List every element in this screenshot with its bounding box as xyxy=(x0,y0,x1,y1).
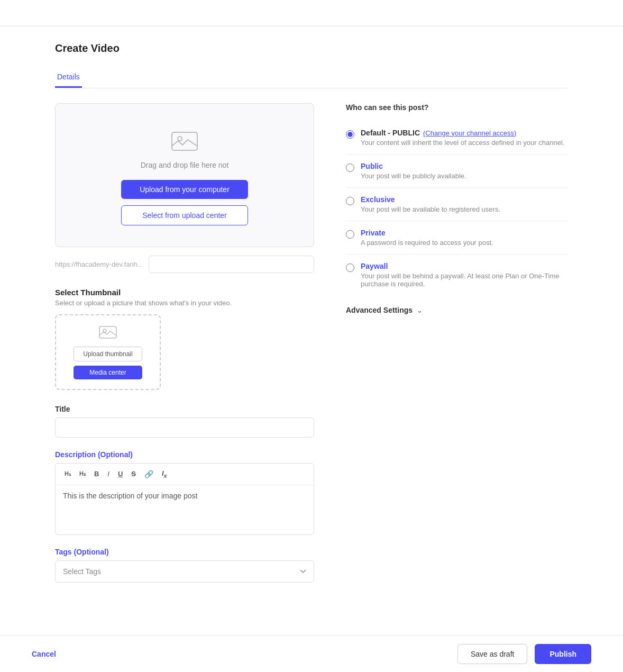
svg-rect-2 xyxy=(99,326,116,338)
radio-private-label: Private xyxy=(361,229,493,237)
toolbar-italic-button[interactable]: I xyxy=(105,468,112,479)
advanced-settings-row[interactable]: Advanced Settings ⌄ xyxy=(346,306,568,314)
toolbar-h2-button[interactable]: H₂ xyxy=(77,469,88,479)
visibility-title: Who can see this post? xyxy=(346,103,568,112)
right-panel: Who can see this post? Default - PUBLIC … xyxy=(346,103,568,314)
description-textarea[interactable]: This is the description of your image po… xyxy=(56,485,314,533)
page-title: Create Video xyxy=(55,42,568,55)
title-input[interactable] xyxy=(55,417,314,438)
visibility-option-private: Private A password is required to access… xyxy=(346,221,568,255)
description-label: Description (Optional) xyxy=(55,450,314,459)
radio-default-desc: Your content will inherit the level of a… xyxy=(361,139,564,147)
toolbar-bold-button[interactable]: B xyxy=(91,468,102,479)
visibility-option-public: Public Your post will be publicly availa… xyxy=(346,155,568,188)
left-panel: Drag and drop file here not Upload from … xyxy=(55,103,314,583)
toolbar-h1-button[interactable]: H₁ xyxy=(62,469,74,479)
toolbar-clear-button[interactable]: Ix xyxy=(159,468,170,480)
top-bar xyxy=(0,0,623,26)
radio-default[interactable] xyxy=(346,130,354,139)
upload-image-icon xyxy=(171,130,198,152)
radio-exclusive-desc: Your post will be available to registere… xyxy=(361,205,500,213)
radio-exclusive[interactable] xyxy=(346,197,354,205)
radio-default-link[interactable]: (Change your channel access) xyxy=(423,129,516,137)
toolbar-underline-button[interactable]: U xyxy=(115,468,125,479)
tabs-bar: Details xyxy=(55,67,568,88)
visibility-radio-group: Default - PUBLIC (Change your channel ac… xyxy=(346,121,568,295)
radio-public-desc: Your post will be publicly available. xyxy=(361,172,466,180)
tab-details[interactable]: Details xyxy=(55,67,82,88)
thumbnail-box: Upload thumbnail Media center xyxy=(55,314,161,390)
url-input[interactable] xyxy=(149,256,314,273)
radio-exclusive-label: Exclusive xyxy=(361,195,500,204)
media-center-button[interactable]: Media center xyxy=(74,366,142,379)
title-label: Title xyxy=(55,405,314,413)
visibility-option-paywall: Paywall Your post will be behind a paywa… xyxy=(346,255,568,295)
tags-label: Tags (Optional) xyxy=(55,548,314,556)
radio-paywall[interactable] xyxy=(346,264,354,272)
visibility-option-exclusive: Exclusive Your post will be available to… xyxy=(346,188,568,221)
radio-private[interactable] xyxy=(346,230,354,239)
url-prefix: https://fhacademy-dev.fanh... xyxy=(55,260,143,268)
svg-rect-0 xyxy=(172,132,197,150)
radio-default-label: Default - PUBLIC xyxy=(361,129,420,137)
upload-area: Drag and drop file here not Upload from … xyxy=(55,103,314,247)
upload-center-button[interactable]: Select from upload center xyxy=(121,205,248,225)
radio-public-label: Public xyxy=(361,162,466,170)
url-row: https://fhacademy-dev.fanh... xyxy=(55,256,314,273)
toolbar-link-button[interactable]: 🔗 xyxy=(142,468,156,480)
description-toolbar: H₁ H₂ B I U S 🔗 Ix xyxy=(56,464,314,485)
thumbnail-icon xyxy=(99,325,117,341)
radio-paywall-label: Paywall xyxy=(361,262,568,270)
toolbar-strikethrough-button[interactable]: S xyxy=(129,468,139,479)
thumbnail-section-desc: Select or upload a picture that shows wh… xyxy=(55,299,314,307)
tags-select[interactable]: Select Tags xyxy=(55,560,314,583)
thumbnail-section-title: Select Thumbnail xyxy=(55,288,314,297)
chevron-down-icon: ⌄ xyxy=(417,306,423,314)
description-container: H₁ H₂ B I U S 🔗 Ix This is the descripti… xyxy=(55,463,314,535)
visibility-option-default: Default - PUBLIC (Change your channel ac… xyxy=(346,121,568,155)
upload-thumbnail-button[interactable]: Upload thumbnail xyxy=(74,347,142,361)
upload-computer-button[interactable]: Upload from your computer xyxy=(121,180,248,199)
advanced-settings-label: Advanced Settings xyxy=(346,306,413,314)
radio-private-desc: A password is required to access your po… xyxy=(361,239,493,247)
radio-public[interactable] xyxy=(346,164,354,172)
drag-drop-text: Drag and drop file here not xyxy=(141,161,229,169)
radio-paywall-desc: Your post will be behind a paywall. At l… xyxy=(361,272,568,288)
footer-bar: Cancel Save as draft Publish xyxy=(0,635,623,635)
